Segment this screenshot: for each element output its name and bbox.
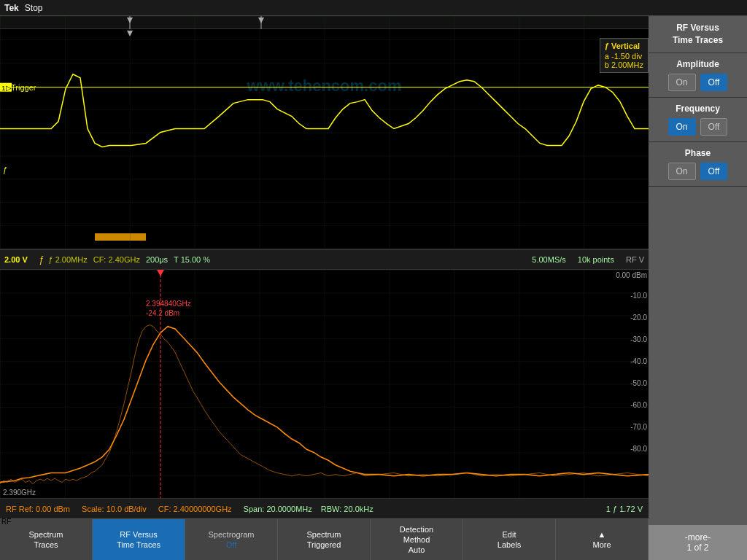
spectrum-triggered-label: SpectrumTriggered <box>306 529 341 551</box>
ref-label: RF Ref: 0.00 dBm <box>6 505 70 513</box>
phase-off-button[interactable]: Off <box>700 163 728 180</box>
svg-rect-9 <box>0 270 649 498</box>
amplitude-section: Amplitude On Off <box>649 53 747 98</box>
scope-area: Trigger ƒ www.tehencom.com ƒ Vertical a … <box>0 16 649 560</box>
phase-on-button[interactable]: On <box>668 163 696 180</box>
lower-scope: 0.00 dBm -10.0 -20.0 -30.0 -40.0 -50.0 -… <box>0 270 649 498</box>
trigger-pct: T 15.00 % <box>174 255 210 264</box>
cf-info: CF: 2.40GHz <box>93 255 140 264</box>
rf-v-label: RF V <box>626 255 644 264</box>
phase-toggle: On Off <box>653 163 743 180</box>
frequency-off-button[interactable]: Off <box>700 118 728 136</box>
spectrum-traces-button[interactable]: SpectrumTraces <box>0 519 93 560</box>
sample-rate: 5.00MS/s <box>532 255 565 264</box>
rf-versus-time-label: RF VersusTime Traces <box>117 529 160 551</box>
lower-spectrum-svg <box>0 270 649 498</box>
spectrogram-button[interactable]: SpectrogramOff <box>185 519 278 560</box>
rp-more-label: -more-1 of 2 <box>685 532 711 553</box>
detection-method-button[interactable]: DetectionMethodAuto <box>371 519 463 560</box>
frequency-on-button[interactable]: On <box>668 118 696 136</box>
bottom-status: RF Ref: 0.00 dBm Scale: 10.0 dB/div CF: … <box>0 498 649 518</box>
more-button[interactable]: ▲More <box>556 519 649 560</box>
phase-section: Phase On Off <box>649 142 747 187</box>
stop-status: Stop <box>25 3 43 13</box>
amplitude-off-button[interactable]: Off <box>700 74 728 91</box>
rf-versus-time-button[interactable]: RF VersusTime Traces <box>93 519 185 560</box>
main-layout: Trigger ƒ www.tehencom.com ƒ Vertical a … <box>0 16 747 560</box>
spectrogram-label: SpectrogramOff <box>209 529 255 551</box>
more-label: ▲More <box>592 529 611 551</box>
upper-waveform-svg: 1▷ <box>0 16 649 249</box>
volt-div: 2.00 V <box>4 255 28 264</box>
phase-label: Phase <box>653 148 743 158</box>
amplitude-on-button[interactable]: On <box>668 74 696 91</box>
toolbar: SpectrumTraces RF VersusTime Traces Spec… <box>0 518 649 560</box>
frequency-section: Frequency On Off <box>649 98 747 142</box>
rp-more-button[interactable]: -more-1 of 2 <box>649 525 747 560</box>
amplitude-toggle: On Off <box>653 74 743 91</box>
time-info: 200μs <box>146 255 168 264</box>
detection-method-label: DetectionMethodAuto <box>400 524 433 556</box>
spectrum-triggered-button[interactable]: SpectrumTriggered <box>278 519 371 560</box>
frequency-label: Frequency <box>653 104 743 114</box>
right-panel: RF VersusTime Traces Amplitude On Off Fr… <box>649 16 747 560</box>
right-info: 1 ƒ 1.72 V <box>606 505 643 513</box>
edit-labels-button[interactable]: EditLabels <box>463 519 556 560</box>
rbw-label: RBW: 20.0kHz <box>321 505 374 513</box>
rp-title-text: RF VersusTime Traces <box>673 23 723 45</box>
status-bar: 2.00 V ƒ ƒ 2.00MHz CF: 2.40GHz 200μs T 1… <box>0 249 649 270</box>
points: 10k points <box>578 255 614 264</box>
tek-logo: Tek <box>4 3 19 13</box>
svg-rect-0 <box>0 16 649 249</box>
scale-label: Scale: 10.0 dB/div <box>82 505 147 513</box>
freq-info: ƒ 2.00MHz <box>49 255 88 264</box>
cf-label: CF: 2.40000000GHz <box>158 505 232 513</box>
amplitude-label: Amplitude <box>653 59 743 69</box>
frequency-toggle: On Off <box>653 118 743 136</box>
svg-text:1▷: 1▷ <box>1 84 12 92</box>
top-bar: Tek Stop <box>0 0 747 16</box>
edit-labels-label: EditLabels <box>498 529 521 551</box>
rp-title: RF VersusTime Traces <box>649 16 747 53</box>
spectrum-traces-label: SpectrumTraces <box>28 529 63 551</box>
span-label: Span: 20.0000MHz <box>244 505 312 513</box>
upper-scope: Trigger ƒ www.tehencom.com ƒ Vertical a … <box>0 16 649 249</box>
